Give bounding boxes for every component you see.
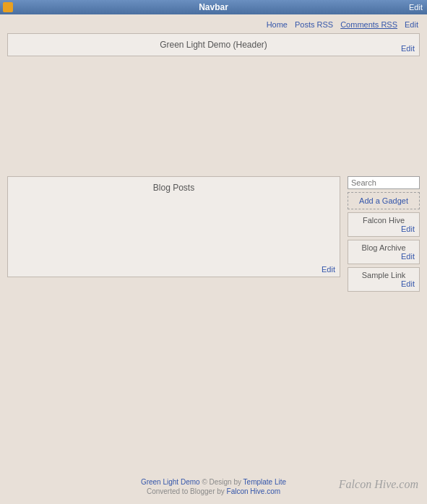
header-box: Green Light Demo (Header) Edit [7,33,420,56]
footer-converted-text: Converted to Blogger by [147,487,227,495]
blog-posts-edit-link[interactable]: Edit [322,265,335,274]
search-input[interactable] [348,176,420,189]
nav-comments-rss[interactable]: Comments RSS [340,20,397,29]
sidebar-widget-falcon-hive: Falcon Hive Edit [348,212,420,237]
widget-falcon-hive-title: Falcon Hive [353,216,415,225]
nav-posts-rss[interactable]: Posts RSS [295,20,333,29]
footer-area: Green Light Demo © Design by Template Li… [0,478,427,497]
sidebar-widget-sample-link: Sample Link Edit [348,267,420,292]
header-title: Green Light Demo (Header) [160,40,267,50]
title-bar-edit-link[interactable]: Edit [409,3,423,12]
top-nav: Home Posts RSS Comments RSS Edit [7,20,420,29]
footer-design-text: © Design by [200,478,243,486]
add-gadget-link[interactable]: Add a Gadget [359,196,408,205]
title-bar-title: Navbar [199,2,228,12]
blog-posts-box: Blog Posts Edit [7,176,340,277]
main-content: Home Posts RSS Comments RSS Edit Green L… [0,14,427,297]
two-col-layout: Blog Posts Edit Add a Gadget Falcon Hive… [7,176,420,292]
falcon-hive-logo: Falcon Hive.com [339,478,418,491]
widget-falcon-hive-edit[interactable]: Edit [353,225,415,233]
footer-green-light-demo[interactable]: Green Light Demo [141,478,200,486]
widget-sample-link-edit[interactable]: Edit [353,279,415,288]
spacer [7,61,420,176]
footer-template-lite[interactable]: Template Lite [243,478,286,486]
widget-sample-link-title: Sample Link [353,271,415,279]
sidebar: Add a Gadget Falcon Hive Edit Blog Archi… [348,176,420,292]
widget-blog-archive-title: Blog Archive [353,243,415,252]
blog-posts-title: Blog Posts [14,183,334,193]
footer-falcon-hive[interactable]: Falcon Hive.com [227,487,280,495]
nav-edit[interactable]: Edit [405,20,418,29]
add-gadget-box: Add a Gadget [348,192,420,209]
widget-blog-archive-edit[interactable]: Edit [353,252,415,261]
sidebar-widget-blog-archive: Blog Archive Edit [348,240,420,264]
header-edit-link[interactable]: Edit [401,44,415,53]
nav-home[interactable]: Home [267,20,288,29]
title-bar: Navbar Edit [0,0,427,14]
falcon-hive-logo-text: Falcon Hive.com [339,478,418,490]
title-bar-icon [3,2,13,12]
